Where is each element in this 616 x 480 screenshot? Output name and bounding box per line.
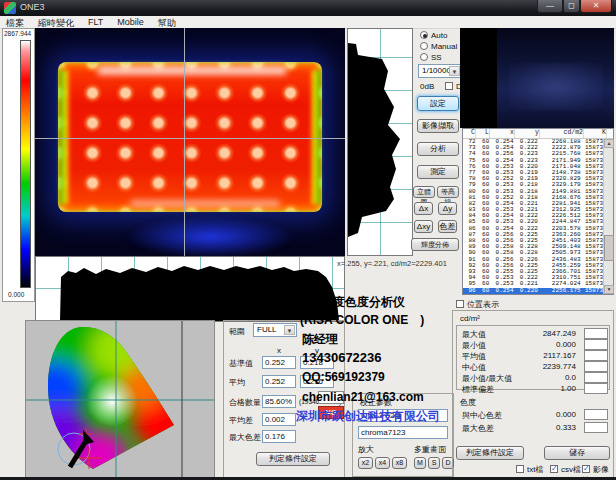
delta-xy-button[interactable]: Δxy	[414, 220, 433, 233]
stat-row-stddev: 標準偏差1.00	[462, 383, 608, 395]
multi-s-button[interactable]: S	[428, 457, 440, 469]
dr-checkbox-icon	[445, 82, 453, 90]
shutter-select[interactable]: 1/10000 ▼	[418, 64, 462, 78]
app-icon	[4, 2, 16, 14]
pass-percent-field: 85.60%	[262, 395, 296, 408]
save-button[interactable]: 儲存	[544, 446, 610, 460]
solid-view-button[interactable]: 立體圖	[413, 186, 435, 198]
panel-top-streak	[97, 66, 287, 75]
zoom-x2-button[interactable]: x2	[358, 457, 373, 469]
range-label: 範圍	[229, 326, 245, 337]
csv-file-checkbox[interactable]: csv檔	[550, 464, 581, 475]
watermark-line-model: (RISA COLOR ONE )	[300, 312, 424, 329]
stat-input[interactable]	[584, 372, 608, 383]
range-value: FULL	[257, 325, 277, 334]
panel-bottom-streak	[130, 200, 280, 207]
contour-button[interactable]: 等高線	[437, 186, 459, 198]
pass-count-label: 合格數量	[229, 397, 261, 408]
max-diff-label: 最大色差	[229, 432, 261, 443]
chevron-down-icon: ▼	[284, 325, 295, 335]
crosshair-horizontal[interactable]	[35, 138, 345, 139]
zoom-x4-button[interactable]: x4	[375, 457, 390, 469]
calibration-profile-field[interactable]: chroma7123	[358, 426, 448, 439]
table-scrollbar[interactable]: ▲ ▼	[603, 139, 613, 294]
stat-input[interactable]	[584, 361, 608, 372]
analyze-button[interactable]: 分析	[417, 142, 459, 156]
stats-unit-label: cd/m²	[460, 314, 480, 323]
delta-x-button[interactable]: Δx	[414, 202, 433, 215]
watermark-line-product: ccd辉度色度分析仪	[300, 294, 405, 311]
reference-x-field[interactable]: 0.252	[262, 356, 296, 369]
measurement-table[interactable]: C L x y cd/m2 K 7260 0.2540.222 2268.188…	[462, 128, 614, 295]
reference-label: 基準值	[229, 358, 253, 369]
measure-button[interactable]: 測定	[417, 165, 459, 179]
menu-help[interactable]: 幫助	[158, 17, 176, 27]
range-select[interactable]: FULL ▼	[253, 323, 297, 337]
gain-label: 0dB	[420, 82, 434, 91]
watermark-line-name: 陈经理	[302, 331, 338, 348]
img-checkbox-icon	[582, 465, 590, 473]
scroll-thumb[interactable]	[604, 235, 614, 261]
col-x-header: x	[277, 346, 281, 355]
zoom-label: 放大	[358, 444, 374, 455]
maximize-button[interactable]: ◻	[563, 0, 580, 13]
scroll-down-icon[interactable]: ▼	[604, 285, 614, 294]
measured-panel-hotzone	[58, 62, 322, 212]
chroma-section-title: 色度	[460, 397, 476, 408]
scroll-up-icon[interactable]: ▲	[604, 139, 614, 148]
position-display-checkbox[interactable]: 位置表示	[456, 299, 499, 310]
vertical-profile-plot	[347, 28, 413, 256]
luminance-dist-button[interactable]: 輝度分佈	[411, 238, 459, 251]
color-diff-button[interactable]: 色差	[438, 220, 457, 233]
window-controls: — ◻ ✕	[537, 0, 612, 13]
stat-input[interactable]	[584, 339, 608, 350]
crosshair-vertical[interactable]	[184, 28, 185, 256]
shutter-value: 1/10000	[422, 66, 451, 75]
table-row[interactable]: 9660 0.2540.220 2256.17515873	[463, 288, 603, 294]
minimize-button[interactable]: —	[537, 0, 563, 13]
cursor-readout: x=.255, y=.221, cd/m2=2229.401	[337, 259, 447, 268]
stat-input[interactable]	[584, 350, 608, 361]
stat-input[interactable]	[584, 328, 608, 339]
radio-manual[interactable]: Manual	[420, 42, 457, 51]
zoom-x8-button[interactable]: x8	[392, 457, 407, 469]
watermark-line-email: chenlian21@163.com	[302, 390, 424, 404]
photo-background	[460, 28, 614, 128]
cie-chromaticity-diagram[interactable]	[25, 320, 215, 478]
preview-panel-shape	[509, 62, 603, 110]
watermark-line-company: 深圳市跃创达科技有限公司	[296, 408, 440, 425]
panel-right-glow	[310, 70, 320, 204]
menu-timelapse[interactable]: 縮時變化	[38, 17, 74, 27]
title-bar: ONE3 — ◻ ✕	[0, 0, 616, 16]
radio-ss[interactable]: SS	[420, 53, 442, 62]
max-diff-field: 0.176	[262, 430, 296, 443]
txt-file-checkbox[interactable]: txt檔	[516, 464, 543, 475]
thermal-image-view[interactable]	[35, 28, 345, 256]
camera-preview	[497, 28, 614, 128]
radio-auto[interactable]: Auto	[420, 31, 447, 40]
radio-manual-icon	[420, 42, 428, 50]
stat-input[interactable]	[584, 409, 608, 420]
set-button[interactable]: 設定	[417, 96, 459, 111]
average-label: 平均	[229, 377, 245, 388]
txt-checkbox-icon	[516, 465, 524, 473]
delta-y-button[interactable]: Δy	[438, 202, 457, 215]
judge-condition-button-2[interactable]: 判定條件設定	[456, 446, 524, 460]
stat-input[interactable]	[584, 383, 608, 394]
menu-mobile[interactable]: Mobile	[117, 17, 144, 27]
average-x-field[interactable]: 0.252	[262, 375, 296, 388]
menu-flt[interactable]: FLT	[88, 17, 103, 27]
stat-input[interactable]	[584, 422, 608, 433]
horizontal-profile-plot	[35, 256, 345, 322]
capture-button[interactable]: 影像擷取	[417, 119, 459, 133]
watermark-line-phone: 13430672236	[302, 350, 382, 365]
close-button[interactable]: ✕	[580, 0, 612, 13]
gamut-fill	[26, 321, 214, 477]
menu-file[interactable]: 檔案	[6, 17, 24, 27]
avg-diff-label: 平均差	[229, 415, 253, 426]
multi-screen-label: 多重畫面	[414, 444, 446, 455]
horizontal-profile-shape	[36, 257, 344, 321]
stat-row-center-diff: 與中心色差0.000	[462, 409, 608, 421]
judge-condition-button[interactable]: 判定條件設定	[256, 452, 330, 466]
multi-m-button[interactable]: M	[414, 457, 426, 469]
